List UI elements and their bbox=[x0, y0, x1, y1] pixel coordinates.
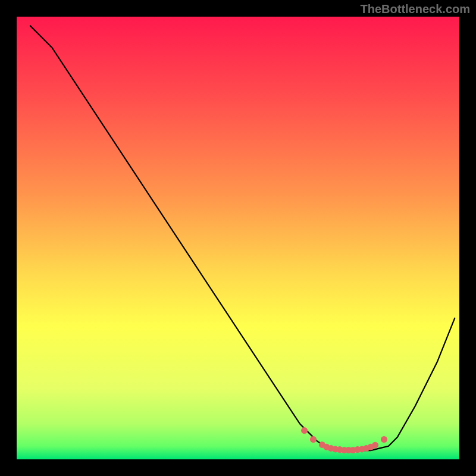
marker-point bbox=[381, 436, 387, 443]
gradient-background bbox=[17, 17, 459, 459]
marker-point bbox=[310, 436, 317, 443]
watermark-text: TheBottleneck.com bbox=[361, 2, 470, 16]
chart-plot-area bbox=[17, 17, 459, 459]
marker-point bbox=[301, 427, 308, 434]
marker-point bbox=[372, 442, 378, 449]
chart-svg bbox=[17, 17, 459, 459]
